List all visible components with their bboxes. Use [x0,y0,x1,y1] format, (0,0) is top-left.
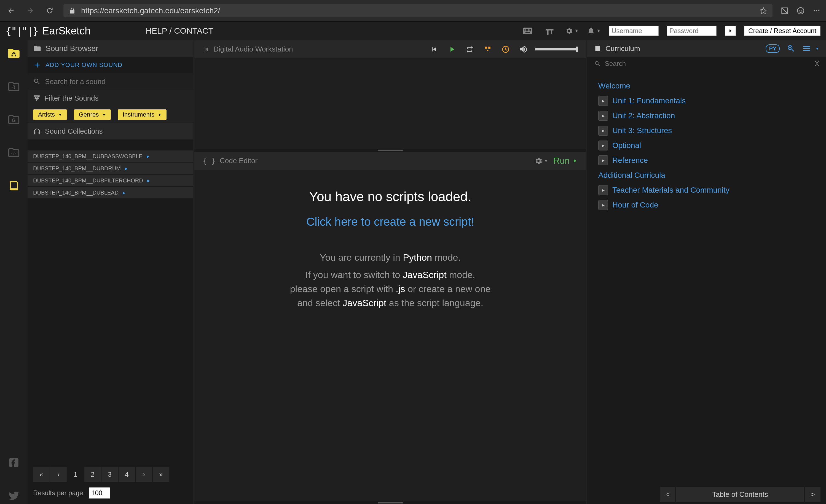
language-badge[interactable]: PY [766,44,780,53]
help-contact-link[interactable]: HELP / CONTACT [145,26,214,36]
additional-curricula-heading: Additional Curricula [598,171,815,180]
expand-icon: ▸ [598,126,608,136]
audio-bars-icon [202,46,209,53]
twitter-icon[interactable] [5,488,22,504]
play-button[interactable] [446,43,458,55]
lock-icon [69,7,75,14]
curriculum-welcome[interactable]: Welcome [598,81,815,90]
login-submit-button[interactable] [725,26,736,36]
back-button[interactable] [5,5,16,16]
text-size-icon[interactable] [543,24,556,38]
results-per-page-input[interactable] [89,488,110,499]
rail-scripts-icon[interactable]: {} [5,78,22,95]
svg-point-6 [818,10,820,11]
daw-timeline [194,58,586,149]
switch-text-2: please open a script with .js or create … [290,282,491,296]
toc-prev-button[interactable]: < [660,487,675,502]
curriculum-unit[interactable]: ▸Reference [598,155,815,165]
curriculum-search-close[interactable]: X [815,60,819,67]
curriculum-unit[interactable]: ▸Unit 1: Fundamentals [598,96,815,106]
page-4[interactable]: 4 [119,467,135,482]
sound-browser-title: Sound Browser [46,44,98,53]
page-prev[interactable]: ‹ [50,467,67,482]
username-field[interactable] [609,26,659,36]
volume-slider[interactable] [535,48,578,50]
curriculum-footer: < Table of Contents > [587,485,826,504]
logo-icon: {"|"|} [5,25,38,37]
filter-pills-row: Artists▼ Genres▼ Instruments▼ [27,106,193,123]
notifications-icon[interactable]: ▼ [587,24,601,38]
rail-api-icon[interactable]: </> [5,144,22,161]
daw-editor-splitter[interactable] [194,149,586,152]
sound-search-row[interactable]: Search for a sound [27,73,193,90]
filter-icon [33,94,40,102]
star-icon[interactable] [760,7,767,14]
menu-icon[interactable] [802,44,811,53]
sound-item[interactable]: DUBSTEP_140_BPM__DUBFILTERCHORD▸ [27,175,193,186]
left-rail: {} G </> [0,40,27,504]
curriculum-additional-item[interactable]: ▸Hour of Code [598,200,815,210]
rail-sounds-icon[interactable] [5,45,22,62]
folder-icon [33,44,41,53]
url-bar[interactable]: https://earsketch.gatech.edu/earsketch2/ [63,4,772,17]
page-3[interactable]: 3 [102,467,118,482]
sound-browser-panel: Sound Browser ADD YOUR OWN SOUND Search … [27,40,194,504]
search-icon [594,60,601,67]
loop-button[interactable] [464,43,476,55]
sound-item[interactable]: DUBSTEP_140_BPM__DUBDRUM▸ [27,163,193,174]
password-field[interactable] [667,26,716,36]
plus-icon [33,61,41,69]
curriculum-additional-item[interactable]: ▸Teacher Materials and Community [598,185,815,195]
curriculum-header: Curriculum PY ▼ [587,40,826,57]
toc-next-button[interactable]: > [805,487,821,502]
page-last[interactable]: » [153,467,169,482]
extension-icon[interactable] [781,7,788,15]
center-panel: Digital Audio Workstation { } Code Edito… [194,40,586,504]
keyboard-icon[interactable] [521,24,535,38]
search-placeholder: Search for a sound [45,77,106,86]
zoom-icon[interactable] [786,44,795,53]
chevron-right-icon: ▸ [125,165,128,172]
create-script-link[interactable]: Click here to create a new script! [306,215,474,229]
sound-item[interactable]: DUBSTEP_140_BPM__DUBBASSWOBBLE▸ [27,150,193,162]
page-next[interactable]: › [136,467,152,482]
page-first[interactable]: « [33,467,50,482]
editor-bottom-splitter[interactable] [194,501,586,504]
more-icon[interactable] [813,7,821,15]
editor-settings-icon[interactable]: ▼ [534,154,548,168]
chevron-right-icon: ▸ [147,177,150,184]
filter-artists[interactable]: Artists▼ [33,109,67,120]
toc-button[interactable]: Table of Contents [676,487,804,502]
smiley-icon[interactable] [797,7,805,15]
filter-genres[interactable]: Genres▼ [74,109,111,120]
run-button[interactable]: Run [553,156,578,166]
settings-icon[interactable]: ▼ [565,24,579,38]
chevron-right-icon: ▸ [123,189,125,196]
metronome-button[interactable] [499,43,512,55]
rail-curriculum-icon[interactable] [5,178,22,194]
editor-toolbar: { } Code Editor ▼ Run [194,152,586,170]
blocks-button[interactable] [481,43,494,55]
app-header: {"|"|} EarSketch HELP / CONTACT ▼ ▼ Crea… [0,21,826,40]
url-text: https://earsketch.gatech.edu/earsketch2/ [81,6,754,15]
rewind-button[interactable] [428,43,440,55]
app-logo[interactable]: {"|"|} EarSketch [5,25,91,37]
create-account-button[interactable]: Create / Reset Account [744,26,821,36]
add-own-sound-button[interactable]: ADD YOUR OWN SOUND [27,57,193,73]
curriculum-unit[interactable]: ▸Optional [598,140,815,150]
mode-text: You are currently in Python mode. [320,250,461,264]
curriculum-unit[interactable]: ▸Unit 3: Structures [598,126,815,136]
facebook-icon[interactable] [5,454,22,471]
switch-text-3: and select JavaScript as the script lang… [297,296,483,310]
page-1[interactable]: 1 [67,467,84,482]
page-2[interactable]: 2 [84,467,101,482]
sound-item[interactable]: DUBSTEP_140_BPM__DUBLEAD▸ [27,187,193,198]
forward-button[interactable] [25,5,36,16]
rail-shared-icon[interactable]: G [5,111,22,128]
filter-instruments[interactable]: Instruments▼ [118,109,167,120]
search-icon [33,78,41,85]
volume-button[interactable] [517,43,530,55]
curriculum-unit[interactable]: ▸Unit 2: Abstraction [598,111,815,121]
reload-button[interactable] [44,5,55,16]
curriculum-search-input[interactable] [605,60,811,67]
